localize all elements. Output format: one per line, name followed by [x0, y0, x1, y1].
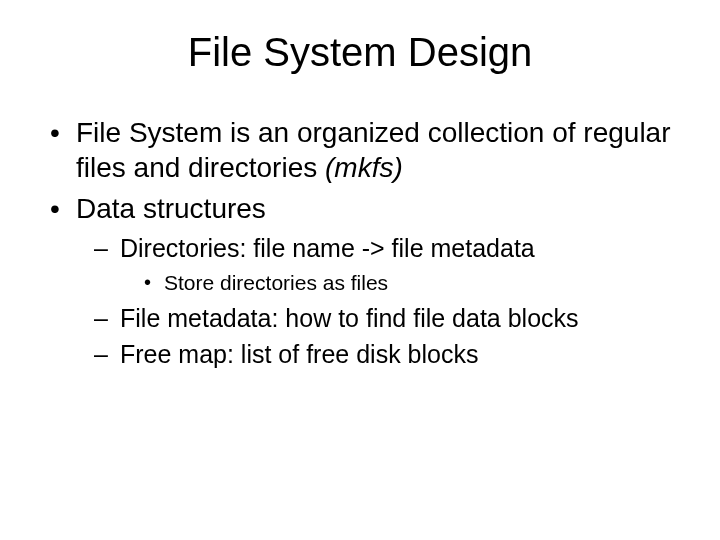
bullet-text: Data structures — [76, 193, 266, 224]
sub-bullet-text: Free map: list of free disk blocks — [120, 340, 478, 368]
sub-bullet-list: Directories: file name -> file metadata … — [94, 232, 680, 371]
sub-bullet-text: Directories: file name -> file metadata — [120, 234, 535, 262]
bullet-text-italic: (mkfs) — [325, 152, 403, 183]
bullet-list: File System is an organized collection o… — [50, 115, 680, 371]
subsub-bullet-text: Store directories as files — [164, 271, 388, 294]
sub-bullet-text: File metadata: how to find file data blo… — [120, 304, 579, 332]
bullet-item: File System is an organized collection o… — [50, 115, 680, 185]
subsub-bullet-list: Store directories as files — [144, 269, 680, 296]
sub-bullet-item: Free map: list of free disk blocks — [94, 338, 680, 371]
slide-title: File System Design — [40, 30, 680, 75]
subsub-bullet-item: Store directories as files — [144, 269, 680, 296]
sub-bullet-item: Directories: file name -> file metadata … — [94, 232, 680, 296]
sub-bullet-item: File metadata: how to find file data blo… — [94, 302, 680, 335]
slide: File System Design File System is an org… — [0, 0, 720, 540]
bullet-item: Data structures Directories: file name -… — [50, 191, 680, 371]
